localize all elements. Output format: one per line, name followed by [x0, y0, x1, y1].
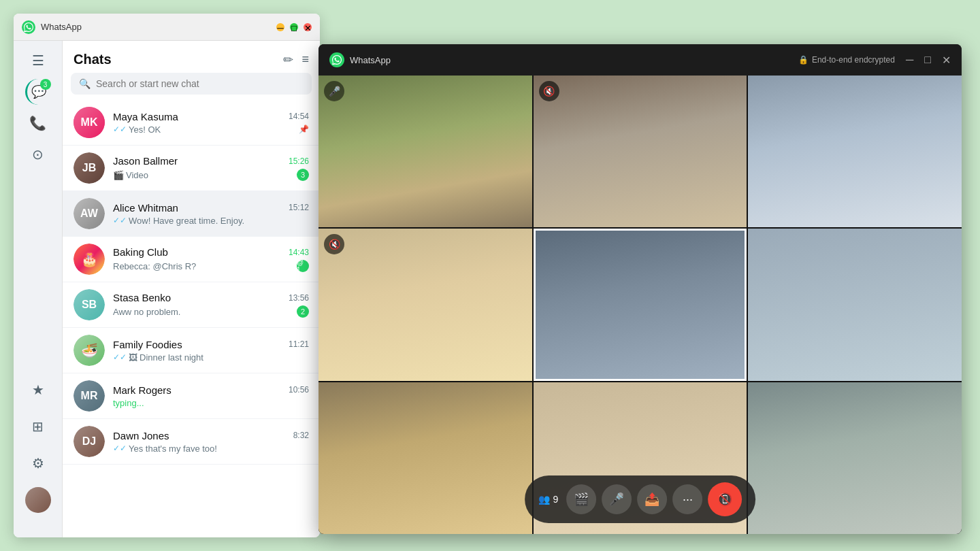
lock-icon: 🔒: [798, 55, 808, 65]
avatar-stasa: SB: [74, 289, 105, 320]
chat-name-jason: Jason Ballmer: [113, 155, 178, 167]
chat-name-row-jason: Jason Ballmer 15:26: [113, 155, 309, 167]
video-titlebar: WhatsApp 🔒 End-to-end endcrypted ─ □ ✕: [318, 44, 962, 76]
avatar-mark: MR: [74, 380, 105, 412]
end-call-button[interactable]: 📵: [708, 482, 742, 516]
video-cell-7: [318, 382, 532, 534]
chat-preview-row-family: ✓✓ 🖼 Dinner last night: [113, 352, 309, 363]
video-icon-jason: 🎬: [113, 170, 124, 180]
video-maximize-button[interactable]: □: [924, 54, 931, 67]
video-cell-9: [748, 382, 962, 534]
chat-info-family: Family Foodies 11:21 ✓✓ 🖼 Dinner last ni…: [113, 339, 309, 363]
new-chat-icon[interactable]: ✏: [283, 52, 293, 67]
chat-item-alice[interactable]: AW Alice Whitman 15:12 ✓✓ Wow! Have grea…: [63, 191, 320, 237]
chat-preview-row-dawn: ✓✓ Yes that's my fave too!: [113, 444, 309, 454]
chat-preview-row-maya: ✓✓ Yes! OK 📌: [113, 124, 309, 135]
chats-panel: Chats ✏ ≡ 🔍 MK Maya Kas: [63, 41, 320, 537]
chat-item-mark[interactable]: MR Mark Rogers 10:56 typing...: [63, 373, 320, 419]
chat-preview-baking: Rebecca: @Chris R?: [113, 261, 297, 271]
chat-item-stasa[interactable]: SB Stasa Benko 13:56 Aww no problem. 2: [63, 282, 320, 328]
chat-preview-row-jason: 🎬 Video 3: [113, 169, 309, 181]
video-app-name: WhatsApp: [350, 55, 798, 65]
chat-item-baking[interactable]: 🎂 Baking Club 14:43 Rebecca: @Chris R? @…: [63, 237, 320, 282]
sidebar-item-chats[interactable]: 💬 3: [25, 79, 51, 105]
search-bar[interactable]: 🔍: [71, 73, 312, 95]
video-cell-3: [748, 76, 962, 227]
search-icon: 🔍: [79, 78, 91, 89]
badge-jason: 3: [297, 169, 309, 181]
chat-item-jason[interactable]: JB Jason Ballmer 15:26 🎬 Video 3: [63, 146, 320, 191]
video-app-logo: [329, 52, 344, 67]
video-grid: 🎤 🔇 🔇: [318, 76, 962, 534]
chat-info-mark: Mark Rogers 10:56 typing...: [113, 384, 309, 408]
pin-icon-maya: 📌: [299, 124, 309, 134]
participants-icon: 👥: [538, 494, 550, 505]
sidebar-item-calls[interactable]: 📞: [25, 110, 51, 136]
chat-name-maya: Maya Kasuma: [113, 111, 178, 122]
chat-name-row-maya: Maya Kasuma 14:54: [113, 111, 309, 122]
chat-time-jason: 15:26: [289, 156, 309, 166]
avatar-dawn: DJ: [74, 426, 105, 457]
video-cell-2: 🔇: [534, 76, 747, 227]
close-button[interactable]: ✕: [304, 23, 312, 31]
search-input[interactable]: [96, 78, 304, 89]
status-icon: ⊙: [32, 146, 44, 163]
header-icons: ✏ ≡: [283, 52, 309, 67]
chats-title: Chats: [74, 52, 112, 67]
menu-icon: ☰: [32, 52, 44, 69]
chat-preview-dawn: ✓✓ Yes that's my fave too!: [113, 444, 309, 454]
sidebar-item-starred[interactable]: ★: [25, 377, 51, 403]
chats-header: Chats ✏ ≡: [63, 41, 320, 73]
sidebar-item-settings[interactable]: ⚙: [25, 450, 51, 476]
tick-icon-alice: ✓✓: [113, 216, 127, 225]
chat-info-maya: Maya Kasuma 14:54 ✓✓ Yes! OK 📌: [113, 111, 309, 135]
avatar-jason: JB: [74, 152, 105, 184]
sidebar-item-archived[interactable]: ⊞: [25, 414, 51, 439]
main-app-logo: [22, 20, 35, 34]
video-cell-1: 🎤: [318, 76, 532, 227]
chat-name-row-family: Family Foodies 11:21: [113, 339, 309, 350]
screen-share-button[interactable]: 📤: [637, 484, 667, 514]
mic-toggle-button[interactable]: 🎤: [602, 484, 632, 514]
sidebar-item-menu[interactable]: ☰: [25, 48, 51, 73]
video-cell-6: [748, 229, 962, 380]
participants-count: 👥 9: [538, 494, 559, 505]
chat-preview-row-stasa: Aww no problem. 2: [113, 305, 309, 318]
chat-item-family[interactable]: 🍜 Family Foodies 11:21 ✓✓ 🖼 Dinner last …: [63, 328, 320, 373]
chat-item-maya[interactable]: MK Maya Kasuma 14:54 ✓✓ Yes! OK 📌: [63, 100, 320, 146]
chat-preview-family: ✓✓ 🖼 Dinner last night: [113, 352, 309, 363]
call-controls-bar: 👥 9 🎬 🎤 📤 ··· 📵: [525, 475, 756, 523]
video-cell-5: [534, 229, 747, 380]
video-call-window: WhatsApp 🔒 End-to-end endcrypted ─ □ ✕ 🎤…: [318, 44, 962, 534]
mute-indicator-2: 🔇: [539, 81, 559, 101]
chat-time-family: 11:21: [289, 339, 309, 349]
video-toggle-button[interactable]: 🎬: [566, 484, 596, 514]
chat-time-baking: 14:43: [289, 248, 309, 257]
video-close-button[interactable]: ✕: [942, 54, 951, 67]
minimize-button[interactable]: ─: [276, 23, 284, 31]
tick-icon-dawn: ✓✓: [113, 444, 127, 453]
video-cell-4: 🔇: [318, 229, 532, 380]
video-minimize-button[interactable]: ─: [906, 54, 913, 67]
chat-name-stasa: Stasa Benko: [113, 292, 171, 303]
more-options-button[interactable]: ···: [672, 484, 702, 514]
user-avatar[interactable]: [25, 487, 51, 513]
chat-name-dawn: Dawn Jones: [113, 430, 169, 441]
chat-item-dawn[interactable]: DJ Dawn Jones 8:32 ✓✓ Yes that's my fave…: [63, 419, 320, 465]
chat-preview-alice: ✓✓ Wow! Have great time. Enjoy.: [113, 216, 309, 226]
maximize-button[interactable]: □: [290, 23, 298, 31]
chat-name-row-dawn: Dawn Jones 8:32: [113, 430, 309, 441]
sidebar-item-status[interactable]: ⊙: [25, 141, 51, 167]
starred-icon: ★: [32, 382, 44, 398]
chat-info-alice: Alice Whitman 15:12 ✓✓ Wow! Have great t…: [113, 202, 309, 226]
icon-sidebar: ☰ 💬 3 📞 ⊙ ★ ⊞ ⚙: [14, 41, 63, 537]
chat-time-dawn: 8:32: [293, 431, 309, 440]
chat-preview-row-baking: Rebecca: @Chris R? @ 1: [113, 260, 309, 272]
chat-name-baking: Baking Club: [113, 246, 168, 258]
chat-name-row-baking: Baking Club 14:43: [113, 246, 309, 258]
chat-name-family: Family Foodies: [113, 339, 182, 350]
filter-icon[interactable]: ≡: [301, 52, 309, 67]
e2e-badge: 🔒 End-to-end endcrypted: [798, 55, 895, 65]
chat-info-baking: Baking Club 14:43 Rebecca: @Chris R? @ 1: [113, 246, 309, 272]
calls-icon: 📞: [29, 115, 46, 131]
